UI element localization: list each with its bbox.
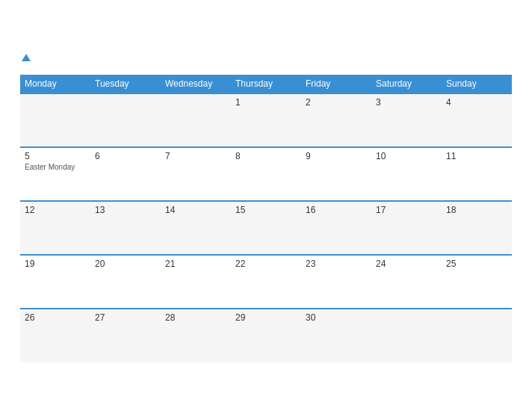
day-cell: 12 [20, 201, 90, 255]
logo [20, 53, 31, 65]
day-cell: 10 [371, 147, 442, 201]
day-number: 28 [165, 312, 226, 323]
day-number: 23 [306, 259, 367, 269]
day-cell [20, 93, 90, 147]
week-row-4: 19202122232425 [20, 255, 512, 309]
day-cell: 11 [442, 147, 512, 201]
day-cell: 26 [20, 309, 90, 362]
week-row-5: 2627282930 [20, 309, 512, 362]
day-cell: 25 [442, 255, 512, 309]
week-row-1: 1234 [20, 93, 512, 147]
day-cell: 21 [161, 255, 231, 309]
day-number: 3 [376, 97, 437, 108]
weekday-header-tuesday: Tuesday [90, 75, 161, 93]
day-number: 16 [306, 205, 367, 215]
day-number: 26 [25, 312, 86, 323]
day-number: 13 [95, 205, 156, 215]
day-number: 8 [235, 151, 297, 161]
day-number: 20 [95, 259, 156, 269]
day-number: 19 [25, 259, 86, 269]
day-cell: 6 [90, 147, 161, 201]
day-number: 5 [25, 151, 86, 161]
day-cell: 13 [90, 201, 161, 255]
day-number: 29 [235, 312, 297, 323]
day-cell: 22 [231, 255, 301, 309]
day-number: 7 [165, 151, 226, 161]
calendar-container: MondayTuesdayWednesdayThursdayFridaySatu… [8, 41, 524, 371]
day-number: 18 [446, 205, 507, 215]
day-cell: 18 [442, 201, 512, 255]
week-row-2: 5Easter Monday67891011 [20, 147, 512, 201]
day-number: 10 [376, 151, 437, 161]
day-cell: 8 [231, 147, 301, 201]
day-number: 12 [25, 205, 86, 215]
day-number: 11 [446, 151, 507, 161]
day-cell: 28 [161, 309, 231, 362]
logo-triangle-icon [22, 54, 31, 61]
day-cell: 17 [371, 201, 442, 255]
day-number: 4 [446, 97, 507, 108]
day-number: 6 [95, 151, 156, 161]
day-cell: 1 [231, 93, 301, 147]
day-cell: 9 [301, 147, 371, 201]
calendar-header [20, 53, 512, 65]
day-cell [371, 309, 442, 362]
day-cell: 4 [442, 93, 512, 147]
day-number: 24 [376, 259, 437, 269]
weekday-header-monday: Monday [20, 75, 90, 93]
day-cell: 27 [90, 309, 161, 362]
weekday-header-saturday: Saturday [371, 75, 442, 93]
day-cell: 23 [301, 255, 371, 309]
calendar-table: MondayTuesdayWednesdayThursdayFridaySatu… [20, 75, 512, 362]
day-cell [161, 93, 231, 147]
day-cell: 2 [301, 93, 371, 147]
weekday-header-row: MondayTuesdayWednesdayThursdayFridaySatu… [20, 75, 512, 93]
day-cell [90, 93, 161, 147]
weekday-header-sunday: Sunday [442, 75, 512, 93]
day-number: 21 [165, 259, 226, 269]
week-row-3: 12131415161718 [20, 201, 512, 255]
event-label: Easter Monday [25, 163, 86, 171]
day-number: 25 [446, 259, 507, 269]
weekday-header-friday: Friday [301, 75, 371, 93]
day-number: 2 [306, 97, 367, 108]
weekday-header-thursday: Thursday [231, 75, 301, 93]
day-cell: 5Easter Monday [20, 147, 90, 201]
day-number: 15 [235, 205, 297, 215]
day-number: 30 [306, 312, 367, 323]
day-cell: 14 [161, 201, 231, 255]
day-cell: 24 [371, 255, 442, 309]
day-cell: 7 [161, 147, 231, 201]
weekday-header-wednesday: Wednesday [161, 75, 231, 93]
day-number: 1 [235, 97, 297, 108]
day-cell: 29 [231, 309, 301, 362]
day-cell: 16 [301, 201, 371, 255]
day-cell: 20 [90, 255, 161, 309]
day-cell: 30 [301, 309, 371, 362]
day-cell: 15 [231, 201, 301, 255]
day-cell: 19 [20, 255, 90, 309]
day-cell: 3 [371, 93, 442, 147]
day-number: 22 [235, 259, 297, 269]
day-number: 9 [306, 151, 367, 161]
day-number: 17 [376, 205, 437, 215]
day-number: 14 [165, 205, 226, 215]
day-cell [442, 309, 512, 362]
day-number: 27 [95, 312, 156, 323]
